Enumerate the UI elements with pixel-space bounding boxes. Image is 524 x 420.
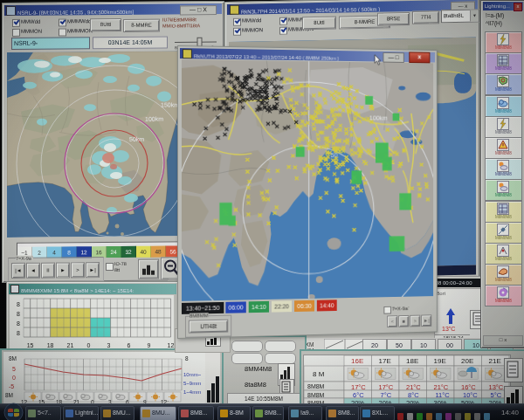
svg-text:0: 0 [87, 342, 91, 348]
svg-text:16°C: 16°C [461, 383, 476, 391]
svg-text:17E: 17E [379, 357, 391, 365]
svg-text:6°C: 6°C [353, 391, 364, 399]
svg-text:8 M: 8 M [313, 370, 325, 378]
svg-text:19E: 19E [434, 357, 446, 365]
svg-text:18E: 18E [406, 357, 418, 365]
svg-text:8: 8 [17, 301, 20, 307]
svg-text:17°C: 17°C [379, 383, 394, 391]
svg-text:13°C: 13°C [489, 383, 504, 391]
svg-text:8: 8 [17, 330, 20, 336]
svg-text:-5: -5 [9, 383, 14, 389]
svg-text:10mm~: 10mm~ [183, 372, 202, 377]
svg-text:18: 18 [47, 342, 54, 348]
svg-text:10°C: 10°C [463, 391, 478, 399]
svg-text:5~9mm: 5~9mm [183, 381, 201, 386]
svg-text:150km: 150km [161, 101, 179, 107]
svg-text:6: 6 [128, 342, 131, 348]
svg-text:5: 5 [12, 366, 16, 372]
svg-text:8M: 8M [9, 355, 17, 361]
svg-text:21E: 21E [489, 357, 501, 365]
svg-text:1~4mm: 1~4mm [183, 389, 201, 395]
svg-text:5°C: 5°C [491, 391, 502, 399]
svg-text:20E: 20E [461, 357, 473, 365]
svg-text:0: 0 [12, 375, 16, 381]
svg-text:8M: 8M [5, 392, 13, 398]
svg-text:21: 21 [67, 342, 74, 348]
svg-text:8M8M: 8M8M [307, 392, 325, 398]
svg-text:8M8M: 8M8M [307, 383, 325, 389]
svg-text:21°C: 21°C [406, 383, 421, 391]
svg-text:17°C: 17°C [351, 383, 366, 391]
svg-text:11°C: 11°C [436, 391, 451, 399]
svg-text:3: 3 [107, 342, 111, 348]
svg-text:7°C: 7°C [381, 391, 392, 399]
svg-text:8: 8 [17, 311, 20, 317]
svg-text:8: 8 [17, 320, 20, 327]
svg-text:12:: 12: [168, 342, 174, 348]
svg-text:8°C: 8°C [408, 391, 419, 399]
svg-text:15: 15 [27, 342, 34, 348]
svg-text:100km: 100km [369, 114, 388, 121]
svg-text:50km: 50km [129, 136, 144, 142]
svg-text:9: 9 [148, 342, 151, 348]
svg-text:21°C: 21°C [434, 383, 449, 391]
svg-text:8: 8 [185, 355, 189, 361]
svg-text:100km: 100km [145, 116, 163, 122]
svg-text:16E: 16E [351, 357, 363, 365]
